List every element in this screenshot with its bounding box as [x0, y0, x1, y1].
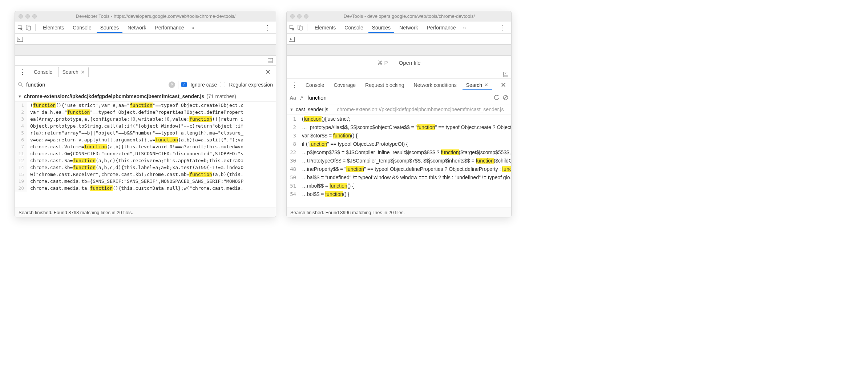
- result-line[interactable]: 48…ineProperty$$ = "function" == typeof …: [287, 165, 511, 173]
- drawer-tab-search[interactable]: Search ✕: [58, 67, 88, 77]
- sources-toolbar: [287, 34, 511, 45]
- regex-label: Regular expression: [229, 82, 273, 88]
- result-line[interactable]: 11chrome.cast.G={CONNECTED:"connected",D…: [15, 150, 276, 157]
- kebab-menu-icon[interactable]: ⋮: [497, 24, 509, 32]
- result-line[interactable]: 51…mbol$$ = function() {: [287, 182, 511, 190]
- search-input[interactable]: [26, 81, 166, 88]
- disclosure-triangle-icon[interactable]: ▼: [18, 94, 22, 99]
- tabs-overflow-icon[interactable]: »: [461, 25, 468, 31]
- tab-sources[interactable]: Sources: [97, 23, 122, 33]
- traffic-light-max[interactable]: [32, 14, 37, 19]
- traffic-light-close[interactable]: [19, 14, 23, 19]
- clear-icon[interactable]: [503, 95, 508, 100]
- search-input[interactable]: [307, 94, 490, 101]
- tab-network[interactable]: Network: [396, 23, 421, 33]
- svg-line-15: [504, 96, 507, 99]
- refresh-icon[interactable]: [494, 95, 499, 100]
- divider-bar: [287, 70, 511, 79]
- tab-network[interactable]: Network: [124, 23, 150, 33]
- drawer-tab-console[interactable]: Console: [30, 67, 56, 77]
- result-line[interactable]: 1(function(){'use strict';: [287, 115, 511, 123]
- result-line[interactable]: 22…p$jscomp$7$$ = $JSCompiler_inline_res…: [287, 148, 511, 157]
- result-line[interactable]: 12chrome.cast.Sa=function(a,b,c){this.re…: [15, 157, 276, 164]
- sources-toolbar: [15, 34, 276, 45]
- result-line[interactable]: 5r(a);return"array"==b||"object"==b&&"nu…: [15, 129, 276, 136]
- result-line[interactable]: 4Object.prototype.toString.call(a);if("[…: [15, 123, 276, 129]
- regex-checkbox[interactable]: [220, 82, 225, 87]
- tab-console[interactable]: Console: [341, 23, 367, 33]
- clear-search-icon[interactable]: ✕: [169, 81, 175, 88]
- devtools-window-old: Developer Tools - https://developers.goo…: [15, 11, 276, 217]
- search-file-header[interactable]: ▼ cast_sender.js — chrome-extension://pk…: [287, 104, 511, 115]
- result-line[interactable]: 19chrome.cast.media.tb={SANS_SERIF:"SANS…: [15, 178, 276, 185]
- drawer-tabs: ⋮ Console Search ✕ ✕: [15, 66, 276, 78]
- ignore-case-label: Ignore case: [190, 82, 217, 88]
- status-text: Search finished. Found 8768 matching lin…: [19, 210, 133, 215]
- regex-toggle[interactable]: .*: [300, 95, 303, 101]
- main-tabs: Elements Console Sources Network Perform…: [287, 21, 511, 34]
- status-bar: Search finished. Found 8996 matching lin…: [287, 208, 511, 217]
- result-line[interactable]: 14chrome.cast.kb=function(a,b,c,d){this.…: [15, 164, 276, 171]
- result-line[interactable]: 2…_prototypeAlias$$, $$jscomp$objectCrea…: [287, 123, 511, 132]
- drawer-tab-console[interactable]: Console: [302, 80, 328, 90]
- close-icon[interactable]: ✕: [484, 82, 488, 88]
- open-file-hint: ⌘ P Open file: [287, 56, 511, 70]
- drawer-close-icon[interactable]: ✕: [262, 68, 274, 76]
- device-icon[interactable]: [25, 24, 32, 31]
- search-icon: [18, 82, 23, 87]
- file-name: cast_sender.js: [296, 107, 328, 112]
- search-file-header[interactable]: ▼ chrome-extension://pkedcjkdefgpdelpbcm…: [15, 91, 276, 102]
- traffic-light-min[interactable]: [297, 14, 302, 19]
- window-titlebar: DevTools - developers.google.com/web/too…: [287, 11, 511, 21]
- window-title: DevTools - developers.google.com/web/too…: [311, 13, 508, 19]
- panel-split-icon[interactable]: [268, 58, 273, 63]
- tab-console[interactable]: Console: [69, 23, 95, 33]
- tabs-overflow-icon[interactable]: »: [189, 25, 197, 31]
- status-bar: Search finished. Found 8768 matching lin…: [15, 208, 276, 217]
- file-path: chrome-extension://pkedcjkdefgpdelpbcmbm…: [24, 93, 204, 99]
- result-line[interactable]: 3ea(Array.prototype,a,{configurable:!0,w…: [15, 116, 276, 123]
- traffic-light-close[interactable]: [290, 14, 295, 19]
- traffic-light-max[interactable]: [304, 14, 308, 19]
- tab-elements[interactable]: Elements: [311, 23, 339, 33]
- drawer-menu-icon[interactable]: ⋮: [289, 81, 300, 89]
- drawer-menu-icon[interactable]: ⋮: [17, 68, 28, 76]
- device-icon[interactable]: [297, 24, 303, 31]
- result-line[interactable]: 7chrome.cast.Volume=function(a,b){this.l…: [15, 143, 276, 150]
- drawer-close-icon[interactable]: ✕: [498, 81, 509, 89]
- tab-performance[interactable]: Performance: [423, 23, 459, 33]
- result-line[interactable]: 8if ("function" == typeof Object.setProt…: [287, 140, 511, 148]
- result-line[interactable]: 3var $ctor$$ = function() {: [287, 132, 511, 140]
- navigator-toggle-icon[interactable]: [289, 37, 295, 42]
- panel-split-icon[interactable]: [503, 72, 508, 77]
- tab-sources[interactable]: Sources: [368, 23, 394, 33]
- shortcut-label: ⌘ P: [377, 60, 388, 66]
- drawer-tab-coverage[interactable]: Coverage: [330, 80, 359, 90]
- close-icon[interactable]: ✕: [81, 69, 85, 75]
- disclosure-triangle-icon[interactable]: ▼: [290, 107, 294, 112]
- inspect-icon[interactable]: [289, 24, 295, 31]
- result-line[interactable]: 1(function(){'use strict';var e,aa="func…: [15, 102, 276, 109]
- tab-performance[interactable]: Performance: [151, 23, 187, 33]
- svg-line-7: [21, 85, 23, 87]
- navigator-toggle-icon[interactable]: [17, 37, 23, 42]
- drawer-tab-search-label: Search: [466, 82, 482, 88]
- result-line[interactable]: 15w("chrome.cast.Receiver",chrome.cast.k…: [15, 171, 276, 178]
- drawer-tab-search[interactable]: Search ✕: [463, 80, 492, 90]
- result-line[interactable]: 54…bol$$ = function() {: [287, 190, 511, 198]
- tab-elements[interactable]: Elements: [39, 23, 68, 33]
- kebab-menu-icon[interactable]: ⋮: [261, 24, 274, 32]
- result-line[interactable]: 2var da=h,ea="function"==typeof Object.d…: [15, 109, 276, 116]
- svg-rect-13: [504, 75, 508, 77]
- drawer-tab-blocking[interactable]: Request blocking: [362, 80, 408, 90]
- result-line[interactable]: 30…tPrototypeOf$$ = $JSCompiler_temp$jsc…: [287, 157, 511, 165]
- drawer-tab-netcond[interactable]: Network conditions: [410, 80, 460, 90]
- result-line[interactable]: 6v=oa:v=pa;return v.apply(null,arguments…: [15, 136, 276, 143]
- match-case-toggle[interactable]: Aa: [290, 95, 296, 101]
- open-file-label: Open file: [399, 60, 421, 66]
- traffic-light-min[interactable]: [25, 14, 30, 19]
- result-line[interactable]: 20chrome.cast.media.ta=function(){this.c…: [15, 185, 276, 192]
- result-line[interactable]: 50…bal$$ = "undefined" != typeof window …: [287, 173, 511, 182]
- inspect-icon[interactable]: [17, 24, 24, 31]
- ignore-case-checkbox[interactable]: ✓: [181, 82, 187, 87]
